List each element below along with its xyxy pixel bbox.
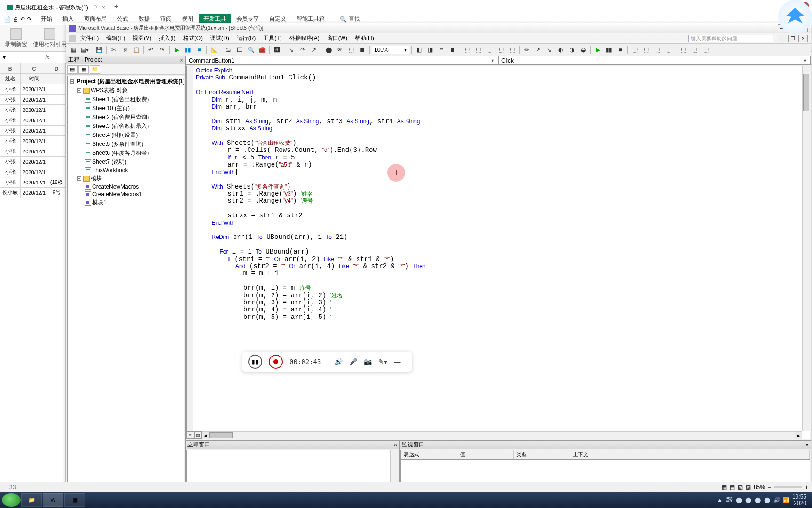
cell[interactable] [48,115,65,126]
tb-misc-icon[interactable]: ⬚ [496,45,506,55]
watch-col-ctx[interactable]: 上下文 [570,450,810,459]
cell[interactable]: 2020/12/1 [20,177,48,188]
tree-sheet[interactable]: Sheet1 (宿舍出租收费) [92,95,149,103]
cell[interactable] [48,105,65,115]
procedure-combo[interactable]: Click▼ [498,56,811,65]
cell[interactable]: 长小敏 [0,188,21,198]
cell[interactable] [48,146,65,157]
menu-run[interactable]: 运行(R) [234,33,259,43]
proj-view-object-icon[interactable]: ▦ [78,65,89,74]
tb-misc-icon[interactable]: ◧ [414,45,424,55]
tray-icon[interactable]: ▲ [717,497,724,503]
menu-edit[interactable]: 编辑(E) [103,33,128,43]
start-button[interactable] [2,493,21,507]
cell[interactable]: 小张 [0,95,21,105]
watch-col-type[interactable]: 类型 [514,450,570,459]
cell[interactable]: 2020/12/1 [20,167,48,177]
tb-watch-icon[interactable]: 👁 [335,45,345,55]
watch-close-icon[interactable]: × [805,442,809,448]
immediate-close-icon[interactable]: × [394,442,397,448]
watch-col-val[interactable]: 值 [457,450,514,459]
tb-misc-icon[interactable]: ⬚ [641,45,651,55]
cell[interactable]: 2020/12/1 [20,95,48,105]
tree-sheet[interactable]: Sheet6 (年度各月租金) [92,149,149,157]
cell[interactable]: 2020/12/1 [20,157,48,167]
tb-redo-icon[interactable]: ↷ [157,45,167,55]
menu-window[interactable]: 窗口(W) [324,33,350,43]
tree-module[interactable]: CreateNewMacros [92,183,139,190]
menu-debug[interactable]: 调试(D) [207,33,232,43]
tree-sheet[interactable]: Sheet7 (说明) [92,158,126,166]
recorder-mic-icon[interactable]: 🎤 [349,358,357,365]
mdi-close-icon[interactable]: × [798,35,808,42]
cell[interactable]: 小张 [0,146,21,157]
tree-sheet[interactable]: Sheet3 (宿舍数据录入) [92,122,149,130]
code-editor[interactable]: Option Explicit Private Sub CommandButto… [186,66,810,439]
cell[interactable]: 时间 [20,74,48,84]
cell[interactable]: 2020/12/1 [20,126,48,136]
tb-browser-icon[interactable]: 🔍 [246,45,256,55]
view-icon[interactable]: ▦ [722,484,727,491]
tb-undo-icon[interactable]: ↶ [146,45,156,55]
tb-misc-icon[interactable]: ⬚ [652,45,663,55]
cell[interactable]: 姓名 [0,74,21,84]
watch-col-expr[interactable]: 表达式 [401,450,457,459]
cell[interactable]: 小张 [0,136,21,146]
zoom-slider[interactable] [774,486,802,488]
tb-relative-ref[interactable]: 使用相对引用 [33,28,67,48]
cell[interactable]: 小张 [0,105,21,115]
proj-folder-icon[interactable]: 📁 [90,65,100,74]
cell[interactable] [48,157,65,167]
cell[interactable] [48,126,65,136]
col-header[interactable]: B [0,64,21,74]
wps-document-tab[interactable]: 房屋出租租金水...管理系统(1) ⚲ × [2,2,110,13]
tb-misc-icon[interactable]: ◑ [567,45,577,55]
tb-paste-icon[interactable]: 📋 [131,45,141,55]
tb-step-over-icon[interactable]: ↷ [297,45,308,55]
cell[interactable]: 小张 [0,126,21,136]
menu-view[interactable]: 视图(V) [130,33,154,43]
tree-sheet[interactable]: Sheet4 (时间设置) [92,131,138,139]
tb-misc-icon[interactable]: ⬚ [630,45,640,55]
tb-misc-icon[interactable]: ⬚ [484,45,495,55]
cell[interactable]: 2020/12/1 [20,105,48,115]
tb-toolbox-icon[interactable]: 🧰 [257,45,267,55]
tb-step-into-icon[interactable]: ↘ [286,45,297,55]
tb-misc-icon[interactable]: ⬚ [664,45,674,55]
tb-quickwatch-icon[interactable]: ⬚ [346,45,356,55]
tb-misc-icon[interactable]: ⬚ [462,45,472,55]
full-view-icon[interactable]: ▤ [194,431,202,439]
wps-new-tab[interactable]: + [114,2,118,11]
tb-record-macro[interactable]: 录制新宏 [5,28,27,48]
tree-folder[interactable]: 模块 [91,175,102,183]
tb-breakpoint-icon[interactable]: ⬤ [323,45,334,55]
tray-time[interactable]: 19:55 [792,493,806,500]
tb-misc-icon[interactable]: ⬚ [701,45,711,55]
tb-pause2-icon[interactable]: ▮▮ [604,45,614,55]
menu-tools[interactable]: 工具(T) [260,33,284,43]
name-box[interactable]: ▾ [0,52,42,63]
cell[interactable]: 2020/12/1 [20,146,48,157]
tb-misc-icon[interactable]: ✏ [522,45,532,55]
tree-sheet[interactable]: ThisWorkbook [92,167,128,174]
wps-qat-print-icon[interactable]: 🖨 [13,16,18,23]
cell[interactable]: 小张 [0,177,21,188]
code-text[interactable]: Option Explicit Private Sub CommandButto… [187,66,810,322]
cell[interactable]: 小张 [0,115,21,126]
project-close-icon[interactable]: × [180,57,183,64]
tree-sheet[interactable]: Sheet5 (多条件查询) [92,140,143,148]
tb-copy-icon[interactable]: ⎘ [120,45,130,55]
tray-icon[interactable]: ⬤ [764,497,771,503]
tree-folder[interactable]: WPS表格 对象 [91,87,128,95]
tb-callstack-icon[interactable]: ≣ [357,45,367,55]
cell[interactable]: 9号 [48,188,65,198]
tb-view-excel-icon[interactable]: ▦ [68,45,78,55]
tb-project-icon[interactable]: 🗂 [223,45,234,55]
view-icon[interactable]: ▧ [738,484,743,491]
tb-break-icon[interactable]: ▮▮ [183,45,193,55]
tb-properties-icon[interactable]: 🗔 [234,45,245,55]
wps-tab-close-icon[interactable]: × [102,4,105,11]
proc-view-icon[interactable]: ≡ [187,431,194,439]
mdi-restore-icon[interactable]: ❐ [788,35,797,42]
cell[interactable] [48,74,65,84]
